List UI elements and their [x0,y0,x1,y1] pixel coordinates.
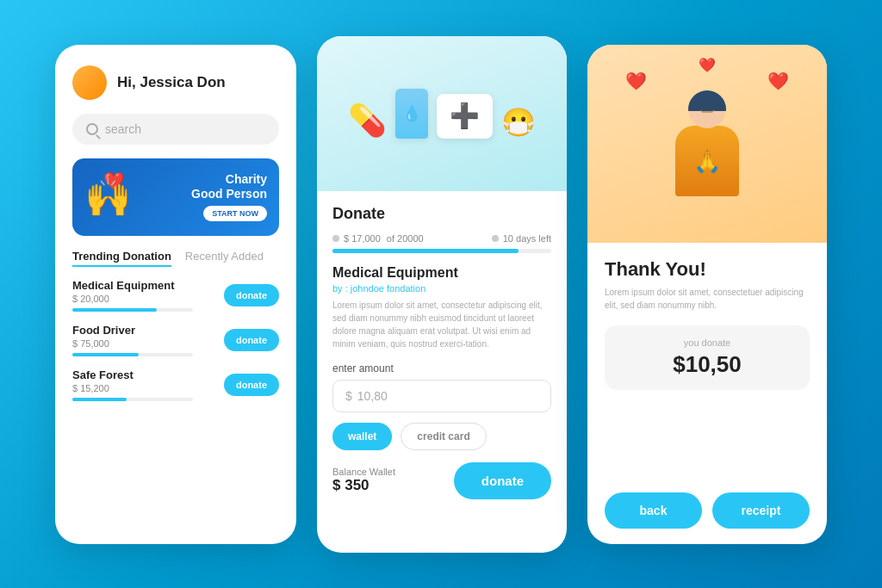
you-donate-box: you donate $10,50 [605,325,810,390]
donation-name-medical: Medical Equipment [72,279,224,292]
thankyou-image-area: ❤️ ❤️ ❤️ 🙏 [587,45,827,243]
progress-info-row: $ 17,000 of 20000 10 days left [332,233,551,244]
tab-trending[interactable]: Trending Donation [72,250,171,267]
dollar-sign: $ [345,389,352,403]
donate-button-forest[interactable]: donate [224,374,279,396]
praying-hands-icon: 🙏 [693,148,721,175]
donation-info-food: Food Driver $ 75,000 [72,324,224,356]
amount-input[interactable]: $ 10,80 [332,380,551,412]
donate-progress-bar [332,249,551,253]
donation-amount-food: $ 75,000 [72,338,224,349]
search-icon [86,123,98,135]
donate-main-button[interactable]: donate [454,462,551,499]
credit-card-button[interactable]: credit card [401,423,486,450]
screens-container: Hi, Jessica Don search 🙌 ❤️ Charity Good… [38,19,844,570]
payment-options: wallet credit card [332,423,551,450]
back-button[interactable]: back [605,492,702,529]
donation-amount-medical: $ 20,000 [72,294,224,304]
heart-right-icon: ❤️ [767,71,789,91]
donate-screen-title: Donate [332,205,551,223]
search-placeholder: search [105,122,141,136]
person-head [688,90,726,128]
medical-image-area: 💊 💧 ➕ 😷 [317,36,567,191]
progress-bar-food [72,353,193,356]
bottle-icon: 💧 [395,89,428,139]
charity-banner[interactable]: 🙌 ❤️ Charity Good Person START NOW [72,158,279,236]
donate-button-food[interactable]: donate [224,329,279,351]
screen-thankyou: ❤️ ❤️ ❤️ 🙏 Thank You! [587,45,827,544]
balance-info: Balance Wallet $ 350 [332,467,395,494]
greeting-text: Hi, Jessica Don [117,74,226,91]
prog-dot-right [492,235,499,242]
tab-recently-added[interactable]: Recently Added [185,250,264,267]
item-by: by : johndoe fondation [332,283,551,294]
person-smile [700,109,714,113]
enter-amount-label: enter amount [332,362,551,374]
balance-amount: $ 350 [332,477,395,494]
progress-bar-medical [72,308,193,312]
you-donate-label: you donate [620,337,794,348]
balance-row: Balance Wallet $ 350 donate [332,462,551,499]
progress-fill-food [72,353,139,356]
person-hair [688,90,726,111]
person-figure: 🙏 [675,90,739,196]
donation-tabs: Trending Donation Recently Added [72,250,279,267]
donate-body: Donate $ 17,000 of 20000 10 days left Me… [317,191,567,513]
item-description: Lorem ipsum dolor sit amet, consectetur … [332,299,551,350]
prog-dot-left [332,235,339,242]
heart-top-icon: ❤️ [699,57,716,73]
donation-info-forest: Safe Forest $ 15,200 [72,368,224,401]
pills-icon: 💊 [348,102,387,139]
progress-bar-forest [72,398,193,401]
you-donate-amount: $10,50 [620,351,794,378]
wallet-button[interactable]: wallet [332,423,392,450]
avatar [72,65,107,100]
banner-content: Charity Good Person START NOW [191,172,267,222]
thankyou-title: Thank You! [605,258,810,281]
receipt-button[interactable]: receipt [712,492,810,529]
progress-fill-medical [72,308,157,312]
search-bar[interactable]: search [72,114,279,145]
progress-fill-forest [72,398,127,401]
donation-amount-forest: $ 15,200 [72,383,224,393]
mask-icon: 😷 [501,106,536,139]
donation-item-forest: Safe Forest $ 15,200 donate [72,368,279,401]
person-body: 🙏 [675,126,739,196]
screen-home: Hi, Jessica Don search 🙌 ❤️ Charity Good… [55,45,296,544]
hands-icon: 🙌 [84,175,132,220]
action-buttons: back receipt [605,492,810,529]
home-header: Hi, Jessica Don [72,65,279,100]
days-left: 10 days left [492,233,551,244]
thankyou-body: Thank You! Lorem ipsum dolor sit amet, c… [587,243,827,544]
banner-title: Charity Good Person [191,172,267,201]
donate-button-medical[interactable]: donate [224,284,279,306]
heart-left-icon: ❤️ [625,71,647,91]
start-now-button[interactable]: START NOW [203,206,267,221]
screen-donate: 💊 💧 ➕ 😷 Donate $ 17,000 of 20000 [317,36,567,553]
first-aid-icon: ➕ [437,94,493,139]
donation-item-food: Food Driver $ 75,000 donate [72,324,279,356]
medical-illustration: 💊 💧 ➕ 😷 [336,77,548,151]
item-title: Medical Equipment [332,265,551,281]
donation-info-medical: Medical Equipment $ 20,000 [72,279,224,312]
amount-value: 10,80 [357,389,388,403]
progress-amount: $ 17,000 of 20000 [332,233,424,244]
donation-name-forest: Safe Forest [72,368,224,381]
donation-name-food: Food Driver [72,324,224,337]
donation-item-medical: Medical Equipment $ 20,000 donate [72,279,279,312]
balance-label: Balance Wallet [332,467,395,477]
donate-progress-fill [332,249,519,253]
thankyou-description: Lorem ipsum dolor sit amet, consectetuer… [605,286,810,312]
